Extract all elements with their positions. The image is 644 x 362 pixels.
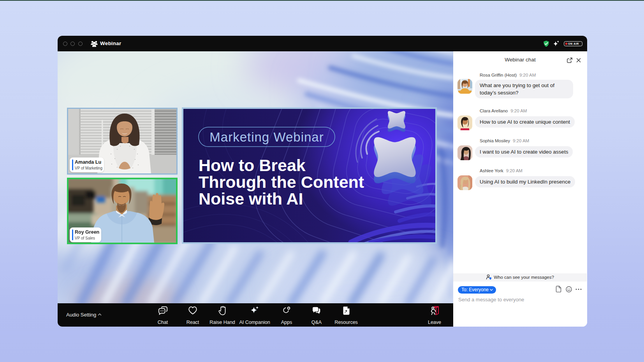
svg-text:Marketing Webinar: Marketing Webinar bbox=[209, 130, 324, 144]
svg-text:Noise with AI: Noise with AI bbox=[199, 189, 303, 208]
svg-text:Through the Content: Through the Content bbox=[199, 173, 364, 191]
svg-text:How to Break: How to Break bbox=[199, 156, 306, 175]
